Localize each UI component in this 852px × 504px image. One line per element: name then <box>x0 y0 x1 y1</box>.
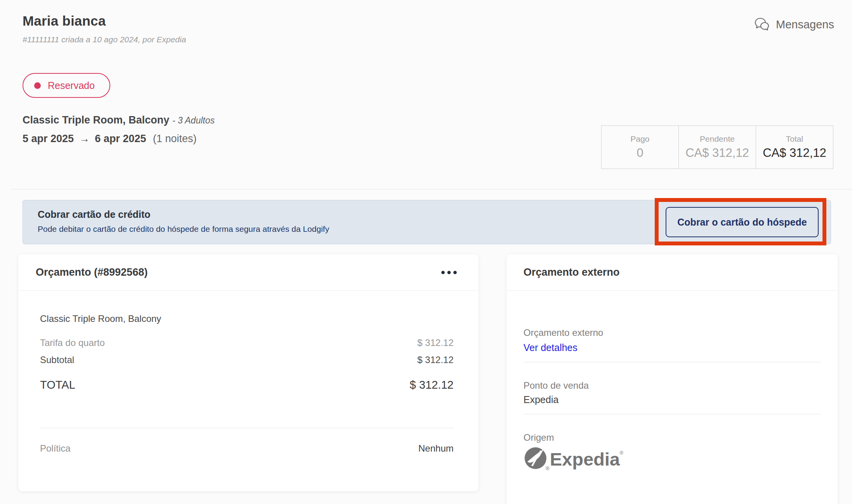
payment-pending-label: Pendente <box>700 134 735 144</box>
more-options-icon[interactable]: ••• <box>441 271 459 275</box>
quote-divider <box>40 428 454 428</box>
svg-text:®: ® <box>620 450 623 456</box>
external-card-title: Orçamento externo <box>523 266 620 278</box>
checkin-date: 5 apr 2025 <box>23 133 74 144</box>
point-of-sale-value: Expedia <box>523 394 821 405</box>
quote-card-body: Classic Triple Room, Balcony Tarifa do q… <box>18 313 478 454</box>
charge-banner-title: Cobrar cartão de crédito <box>38 209 150 220</box>
policy-label: Política <box>40 443 71 454</box>
booking-reference-subtitle: #11111111 criada a 10 ago 2024, por Expe… <box>23 35 186 44</box>
rate-label: Tarifa do quarto <box>40 337 105 348</box>
external-quote-label: Orçamento externo <box>523 327 821 338</box>
status-badge: Reservado <box>23 73 110 98</box>
point-of-sale-label: Ponto de venda <box>523 380 821 391</box>
external-card-header: Orçamento externo <box>507 254 838 291</box>
status-label: Reservado <box>48 80 95 91</box>
arrow-right-icon: → <box>77 133 92 144</box>
quote-row-rate: Tarifa do quarto $ 312.12 <box>40 337 454 348</box>
quote-card-header: Orçamento (#8992568) ••• <box>18 254 478 291</box>
payment-total-cell: Total CA$ 312,12 <box>756 126 833 169</box>
svg-text:Expedia: Expedia <box>550 449 620 469</box>
payment-paid-cell: Pago 0 <box>602 126 678 169</box>
total-value: $ 312.12 <box>410 379 454 391</box>
page-title: Maria bianca <box>23 13 106 29</box>
external-divider-2 <box>523 414 821 414</box>
charge-guest-card-button[interactable]: Cobrar o cartão do hóspede <box>666 207 819 237</box>
view-details-link[interactable]: Ver detalhes <box>523 342 577 353</box>
messages-label: Mensagens <box>776 18 834 31</box>
rate-value: $ 312.12 <box>417 337 454 348</box>
external-divider-1 <box>523 362 821 362</box>
origin-label: Origem <box>523 432 821 443</box>
quote-row-subtotal: Subtotal $ 312.12 <box>40 355 454 365</box>
charge-banner-subtitle: Pode debitar o cartão de crédito do hósp… <box>38 224 329 234</box>
room-occupancy: - 3 Adultos <box>172 115 215 125</box>
quote-card-title: Orçamento (#8992568) <box>36 266 148 278</box>
payment-total-label: Total <box>786 134 803 144</box>
section-divider <box>11 189 852 189</box>
status-dot-icon <box>34 82 41 89</box>
subtotal-label: Subtotal <box>40 355 74 365</box>
payment-paid-label: Pago <box>630 134 649 144</box>
total-label: TOTAL <box>40 379 75 391</box>
payment-total-value: CA$ 312,12 <box>763 146 826 160</box>
payment-pending-cell: Pendente CA$ 312,12 <box>678 126 756 169</box>
quote-room-name: Classic Triple Room, Balcony <box>40 313 454 324</box>
payment-summary-table: Pago 0 Pendente CA$ 312,12 Total CA$ 312… <box>601 125 833 169</box>
messages-button[interactable]: Mensagens <box>754 17 834 32</box>
payment-pending-value: CA$ 312,12 <box>685 146 749 160</box>
policy-value: Nenhum <box>418 443 454 454</box>
quote-row-policy: Política Nenhum <box>40 443 454 454</box>
expedia-logo: ® Expedia ® <box>523 446 821 473</box>
quote-card: Orçamento (#8992568) ••• Classic Triple … <box>18 254 478 491</box>
nights-count: (1 noites) <box>153 133 197 144</box>
external-quote-card: Orçamento externo Orçamento externo Ver … <box>507 254 838 504</box>
room-summary: Classic Triple Room, Balcony - 3 Adultos <box>23 114 215 126</box>
subtotal-value: $ 312.12 <box>417 355 454 365</box>
room-name: Classic Triple Room, Balcony <box>23 114 169 126</box>
external-card-body: Orçamento externo Ver detalhes Ponto de … <box>507 327 838 473</box>
payment-paid-value: 0 <box>636 146 643 160</box>
checkout-date: 6 apr 2025 <box>95 133 146 144</box>
quote-row-total: TOTAL $ 312.12 <box>40 379 454 391</box>
stay-dates: 5 apr 2025 → 6 apr 2025 (1 noites) <box>23 133 196 145</box>
messages-icon <box>754 17 770 32</box>
svg-text:®: ® <box>546 466 549 471</box>
